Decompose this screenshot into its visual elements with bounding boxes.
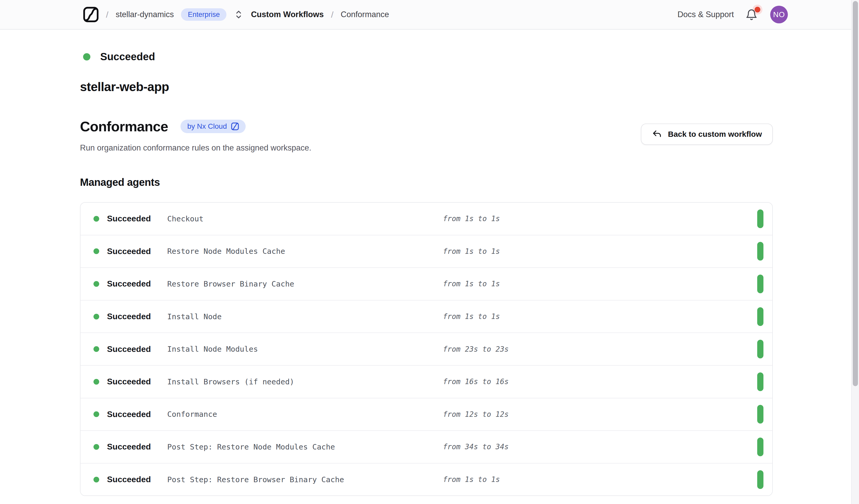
step-status-label: Succeeded xyxy=(107,312,167,321)
notification-unread-dot xyxy=(755,7,760,13)
status-dot-icon xyxy=(83,53,90,60)
managed-agents-title: Managed agents xyxy=(80,177,773,188)
agent-step-row[interactable]: Succeeded Post Step: Restore Browser Bin… xyxy=(80,463,772,496)
docs-support-link[interactable]: Docs & Support xyxy=(678,10,734,19)
undo-arrow-icon xyxy=(652,129,662,139)
workflow-description: Run organization conformance rules on th… xyxy=(80,143,311,153)
main-content: Succeeded stellar-web-app Conformance by… xyxy=(0,51,859,496)
step-timing: from 1s to 1s xyxy=(443,279,757,288)
step-status-label: Succeeded xyxy=(107,279,167,289)
step-status-dot-icon xyxy=(93,477,99,483)
step-timing: from 12s to 12s xyxy=(443,410,757,418)
step-duration-bar xyxy=(757,438,764,456)
scrollbar-thumb[interactable] xyxy=(853,1,858,386)
step-timing: from 1s to 1s xyxy=(443,312,757,321)
step-name: Install Node Modules xyxy=(167,345,443,353)
step-duration-bar xyxy=(757,470,764,489)
step-status-dot-icon xyxy=(93,444,99,450)
step-timing: from 34s to 34s xyxy=(443,443,757,451)
step-name: Post Step: Restore Browser Binary Cache xyxy=(167,475,443,484)
top-nav: / stellar-dynamics Enterprise Custom Wor… xyxy=(0,0,859,30)
org-switcher-chevrons-icon[interactable] xyxy=(234,8,244,21)
agent-step-row[interactable]: Succeeded Install Node Modules from 23s … xyxy=(80,333,772,366)
step-duration-bar xyxy=(757,340,764,358)
workspace-title: stellar-web-app xyxy=(80,80,773,94)
agent-step-row[interactable]: Succeeded Post Step: Restore Node Module… xyxy=(80,431,772,463)
run-status: Succeeded xyxy=(80,51,773,63)
step-timing: from 1s to 1s xyxy=(443,475,757,484)
run-status-label: Succeeded xyxy=(100,51,155,63)
agent-step-row[interactable]: Succeeded Conformance from 12s to 12s xyxy=(80,398,772,431)
nx-logo-icon[interactable] xyxy=(83,6,99,23)
avatar[interactable]: NO xyxy=(770,6,788,24)
back-to-custom-workflow-button[interactable]: Back to custom workflow xyxy=(641,124,773,145)
step-duration-bar xyxy=(757,307,764,326)
step-status-label: Succeeded xyxy=(107,410,167,419)
step-name: Install Browsers (if needed) xyxy=(167,377,443,386)
step-status-label: Succeeded xyxy=(107,475,167,484)
workflow-header-left: Conformance by Nx Cloud Run organization… xyxy=(80,118,311,153)
breadcrumb-org[interactable]: stellar-dynamics xyxy=(116,10,174,19)
agent-step-row[interactable]: Succeeded Install Browsers (if needed) f… xyxy=(80,366,772,398)
step-duration-bar xyxy=(757,210,764,228)
breadcrumb: / stellar-dynamics Enterprise Custom Wor… xyxy=(83,6,389,23)
by-nx-cloud-badge[interactable]: by Nx Cloud xyxy=(180,120,246,133)
step-duration-bar xyxy=(757,405,764,424)
step-timing: from 16s to 16s xyxy=(443,377,757,386)
step-status-label: Succeeded xyxy=(107,345,167,354)
nx-cloud-link-icon xyxy=(231,122,239,131)
agent-step-row[interactable]: Succeeded Restore Node Modules Cache fro… xyxy=(80,235,772,268)
agent-step-row[interactable]: Succeeded Checkout from 1s to 1s xyxy=(80,203,772,235)
step-status-dot-icon xyxy=(93,379,99,385)
agent-step-row[interactable]: Succeeded Restore Browser Binary Cache f… xyxy=(80,268,772,301)
step-name: Install Node xyxy=(167,312,443,321)
step-duration-bar xyxy=(757,275,764,293)
breadcrumb-separator: / xyxy=(106,10,108,20)
step-duration-bar xyxy=(757,372,764,391)
step-status-dot-icon xyxy=(93,281,99,287)
step-status-label: Succeeded xyxy=(107,442,167,452)
step-status-dot-icon xyxy=(93,346,99,352)
enterprise-badge: Enterprise xyxy=(181,8,226,21)
managed-agents-list: Succeeded Checkout from 1s to 1s Succeed… xyxy=(80,202,773,496)
step-timing: from 1s to 1s xyxy=(443,214,757,223)
notifications-bell-icon[interactable] xyxy=(745,8,759,21)
breadcrumb-section[interactable]: Custom Workflows xyxy=(251,10,323,19)
workflow-title: Conformance xyxy=(80,118,168,135)
agent-step-row[interactable]: Succeeded Install Node from 1s to 1s xyxy=(80,301,772,333)
step-status-label: Succeeded xyxy=(107,377,167,386)
step-duration-bar xyxy=(757,242,764,261)
nx-cloud-app: / stellar-dynamics Enterprise Custom Wor… xyxy=(0,0,859,504)
step-status-dot-icon xyxy=(93,411,99,417)
by-nx-cloud-label: by Nx Cloud xyxy=(187,122,227,131)
step-status-dot-icon xyxy=(93,216,99,222)
step-status-dot-icon xyxy=(93,248,99,254)
step-timing: from 1s to 1s xyxy=(443,247,757,256)
back-button-label: Back to custom workflow xyxy=(668,130,762,139)
nav-actions: Docs & Support NO xyxy=(678,6,788,24)
step-status-label: Succeeded xyxy=(107,247,167,256)
vertical-scrollbar[interactable] xyxy=(851,0,859,504)
step-name: Conformance xyxy=(167,410,443,418)
step-status-label: Succeeded xyxy=(107,214,167,224)
step-name: Restore Browser Binary Cache xyxy=(167,279,443,288)
breadcrumb-page: Conformance xyxy=(341,10,389,19)
step-name: Checkout xyxy=(167,214,443,223)
step-timing: from 23s to 23s xyxy=(443,345,757,353)
step-name: Restore Node Modules Cache xyxy=(167,247,443,256)
step-status-dot-icon xyxy=(93,314,99,320)
step-name: Post Step: Restore Node Modules Cache xyxy=(167,443,443,451)
breadcrumb-separator: / xyxy=(331,10,333,20)
workflow-header: Conformance by Nx Cloud Run organization… xyxy=(80,118,773,153)
